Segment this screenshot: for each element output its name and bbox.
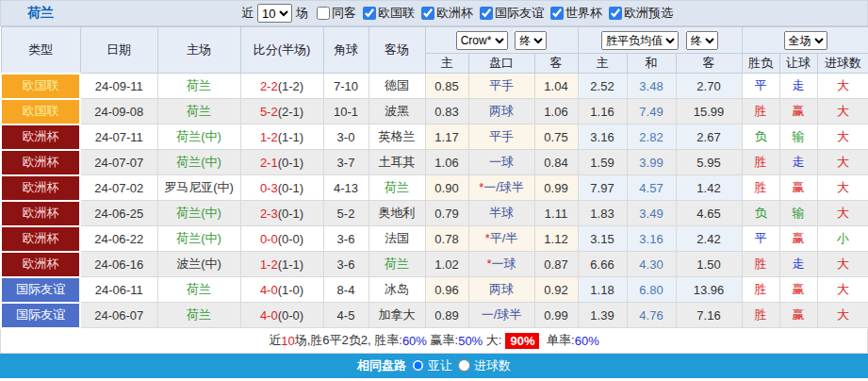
result-handicap: 赢 <box>779 303 817 328</box>
home-team: 荷兰(中) <box>157 226 240 252</box>
same-venue-checkbox[interactable] <box>317 7 330 20</box>
result-goals: 大 <box>817 74 868 99</box>
home-team: 荷兰(中) <box>157 124 240 150</box>
footer-option-radio[interactable] <box>458 359 470 372</box>
league-filter-checkbox[interactable] <box>550 7 564 20</box>
col-header-home: 主场 <box>157 27 240 74</box>
europe-type-select[interactable]: 胜平负均值 <box>601 31 679 50</box>
fulltime-score: 4-0 <box>260 283 278 297</box>
table-row: 欧洲杯 24-07-02 罗马尼亚(中) 0-3(0-1) 4-13 荷兰 0.… <box>1 175 868 201</box>
away-team: 法国 <box>368 226 425 252</box>
bookmaker-select[interactable]: Crow* <box>456 31 508 50</box>
crown-home-odds: 0.78 <box>425 226 468 252</box>
euro-lose-odds: 2.70 <box>676 74 742 99</box>
crown-away-odds: 0.99 <box>534 175 578 201</box>
away-team: 荷兰 <box>368 175 425 201</box>
euro-lose-odds: 1.50 <box>676 252 742 277</box>
halftime-score: (0-1) <box>278 207 303 221</box>
league-filter-3[interactable]: 世界杯 <box>550 5 602 22</box>
league-badge: 欧国联 <box>1 74 80 99</box>
summary-segment: 60% <box>402 334 427 348</box>
league-filter-checkbox[interactable] <box>609 7 622 20</box>
result-goals: 大 <box>817 124 868 150</box>
score-cell: 0-0(0-0) <box>240 226 323 252</box>
match-count-select[interactable]: 10 <box>257 4 292 23</box>
corner-score: 7-10 <box>323 74 368 99</box>
crown-home-odds: 0.83 <box>425 99 468 124</box>
fulltime-score: 5-2 <box>260 105 278 119</box>
euro-draw-odds: 6.80 <box>627 277 676 303</box>
away-team: 荷兰 <box>368 252 425 277</box>
fulltime-score: 1-2 <box>260 257 278 272</box>
crown-home-odds: 1.06 <box>425 150 468 175</box>
league-filter-4[interactable]: 欧洲预选 <box>609 5 673 22</box>
footer-option-radio[interactable] <box>412 359 424 372</box>
corner-score: 3-0 <box>323 124 368 150</box>
summary-segment: 场,胜6平2负2, 胜率: <box>295 332 402 349</box>
league-filter-label: 国际友谊 <box>495 5 544 22</box>
subcol-euro-lose: 客 <box>676 54 742 74</box>
europe-odds-controls: 胜平负均值 终 <box>578 27 742 54</box>
fulltime-score: 2-2 <box>260 79 278 93</box>
league-badge: 欧洲杯 <box>1 201 80 226</box>
euro-draw-odds: 3.49 <box>627 201 676 226</box>
recent-label-suffix: 场 <box>296 5 308 22</box>
footer-option-1[interactable]: 进球数 <box>458 357 511 374</box>
crown-home-odds: 0.85 <box>425 74 468 99</box>
league-filter-checkbox[interactable] <box>363 7 376 20</box>
table-row: 国际友谊 24-06-07 荷兰 4-0(0-0) 4-5 加拿大 0.89 一… <box>1 303 868 328</box>
handicap-name: 平手 <box>489 129 514 143</box>
result-goals: 大 <box>817 150 868 175</box>
table-row: 欧洲杯 24-07-11 荷兰(中) 1-2(1-1) 3-0 英格兰 1.17… <box>1 124 868 150</box>
match-date: 24-07-11 <box>80 124 157 150</box>
league-filter-checkbox[interactable] <box>421 7 434 20</box>
crown-away-odds: 0.92 <box>534 277 578 303</box>
crown-home-odds: 0.90 <box>425 175 468 201</box>
table-row: 欧洲杯 24-06-16 波兰(中) 1-2(1-1) 3-6 荷兰 1.02 … <box>1 252 868 277</box>
euro-lose-odds: 15.99 <box>676 99 742 124</box>
euro-win-odds: 3.16 <box>578 124 627 150</box>
handicap-cell: 一球 <box>468 150 534 175</box>
euro-lose-odds: 4.65 <box>676 201 742 226</box>
subcol-result-wdl: 胜负 <box>742 54 779 74</box>
filter-bar: 近 10 场 同客 欧国联欧洲杯国际友谊世界杯欧洲预选 <box>239 4 673 23</box>
crown-period-select[interactable]: 终 <box>515 31 547 50</box>
fulltime-score: 2-3 <box>260 207 278 221</box>
handicap-name: 两球 <box>489 282 514 296</box>
euro-draw-odds: 4.30 <box>627 252 676 277</box>
euro-draw-odds: 4.76 <box>627 303 676 328</box>
euro-draw-odds: 2.82 <box>627 124 676 150</box>
score-cell: 4-0(1-0) <box>240 277 323 303</box>
league-filter-2[interactable]: 国际友谊 <box>480 5 544 22</box>
col-header-score: 比分(半场) <box>240 27 323 74</box>
league-filter-0[interactable]: 欧国联 <box>363 5 415 22</box>
corner-score: 4-5 <box>323 303 368 328</box>
result-wdl: 胜 <box>742 175 779 201</box>
result-handicap: 走 <box>779 74 817 99</box>
crown-away-odds: 1.04 <box>534 74 578 99</box>
result-wdl: 胜 <box>742 277 779 303</box>
league-badge: 欧国联 <box>1 99 80 124</box>
result-wdl: 胜 <box>742 252 779 277</box>
league-filter-1[interactable]: 欧洲杯 <box>421 5 473 22</box>
crown-home-odds: 0.89 <box>425 303 468 328</box>
match-date: 24-06-25 <box>80 201 157 226</box>
corner-score: 3-7 <box>323 150 368 175</box>
same-venue-filter[interactable]: 同客 <box>317 5 356 22</box>
europe-period-select[interactable]: 终 <box>686 31 718 50</box>
crown-home-odds: 0.96 <box>425 277 468 303</box>
result-handicap: 输 <box>779 201 817 226</box>
summary-segment: 近 <box>269 332 281 349</box>
handicap-cell: 两球 <box>468 277 534 303</box>
crown-home-odds: 0.79 <box>425 201 468 226</box>
euro-win-odds: 1.39 <box>578 303 627 328</box>
scope-select[interactable]: 全场 <box>784 31 827 50</box>
subcol-handicap: 盘口 <box>468 54 534 74</box>
result-goals: 小 <box>817 226 868 252</box>
euro-lose-odds: 1.42 <box>676 175 742 201</box>
handicap-name: 两球 <box>489 104 514 118</box>
corner-score: 4-13 <box>323 175 368 201</box>
league-filter-checkbox[interactable] <box>480 7 493 20</box>
home-team: 波兰(中) <box>157 252 240 277</box>
footer-option-0[interactable]: 亚让 <box>412 357 452 374</box>
